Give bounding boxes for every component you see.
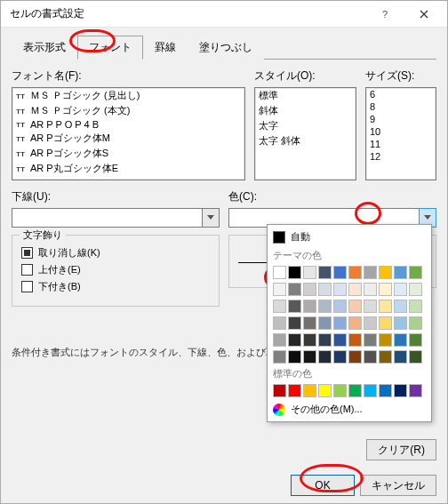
color-swatch[interactable] <box>303 350 316 364</box>
color-swatch[interactable] <box>348 384 362 397</box>
color-swatch[interactable] <box>303 283 316 296</box>
underline-input[interactable] <box>12 208 202 228</box>
color-swatch[interactable] <box>273 384 286 397</box>
color-swatch[interactable] <box>409 350 422 364</box>
color-swatch[interactable] <box>333 283 347 296</box>
color-swatch[interactable] <box>333 266 347 279</box>
color-swatch[interactable] <box>333 316 347 330</box>
color-swatch[interactable] <box>364 333 377 347</box>
list-item[interactable]: TTＭＳ Ｐゴシック (見出し) <box>12 88 244 103</box>
color-swatch[interactable] <box>379 266 392 279</box>
underline-combo[interactable] <box>12 208 220 228</box>
ok-button[interactable]: OK <box>291 475 355 496</box>
color-swatch[interactable] <box>379 350 392 364</box>
cancel-button[interactable]: キャンセル <box>360 475 436 496</box>
color-swatch[interactable] <box>288 350 301 364</box>
font-name-list[interactable]: TTＭＳ Ｐゴシック (見出し)TTＭＳ Ｐゴシック (本文)TTAR P P … <box>12 87 245 180</box>
list-item[interactable]: 太字 斜体 <box>255 133 356 148</box>
color-swatch[interactable] <box>288 316 301 330</box>
list-item[interactable]: TTAR Pゴシック体S <box>12 146 244 161</box>
color-swatch[interactable] <box>318 283 332 296</box>
list-item[interactable]: 8 <box>366 100 436 113</box>
color-swatch[interactable] <box>333 384 347 397</box>
color-swatch[interactable] <box>303 300 316 313</box>
color-swatch[interactable] <box>348 316 362 330</box>
color-swatch[interactable] <box>364 283 377 296</box>
superscript-checkbox[interactable]: 上付き(E) <box>21 263 210 276</box>
color-swatch[interactable] <box>333 333 347 347</box>
color-swatch[interactable] <box>288 300 301 313</box>
color-swatch[interactable] <box>303 384 316 397</box>
color-swatch[interactable] <box>273 266 286 279</box>
color-swatch[interactable] <box>288 283 301 296</box>
color-swatch[interactable] <box>364 316 377 330</box>
list-item[interactable]: 6 <box>366 88 436 100</box>
color-swatch[interactable] <box>394 333 407 347</box>
color-swatch[interactable] <box>273 300 286 313</box>
list-item[interactable]: 太字 <box>255 118 356 133</box>
color-swatch[interactable] <box>379 283 392 296</box>
color-swatch[interactable] <box>318 333 332 347</box>
color-swatch[interactable] <box>318 300 332 313</box>
tab-font[interactable]: フォント <box>77 36 143 60</box>
color-swatch[interactable] <box>348 333 362 347</box>
list-item[interactable]: TTＭＳ Ｐゴシック (本文) <box>12 103 244 118</box>
list-item[interactable]: TTAR P P O P 4 B <box>12 118 244 131</box>
color-swatch[interactable] <box>318 350 332 364</box>
color-swatch[interactable] <box>394 266 407 279</box>
color-swatch[interactable] <box>348 283 362 296</box>
style-list[interactable]: 標準斜体太字太字 斜体 <box>254 87 356 180</box>
underline-dropdown-icon[interactable] <box>202 208 220 228</box>
color-swatch[interactable] <box>288 333 301 347</box>
color-swatch[interactable] <box>394 384 407 397</box>
color-swatch[interactable] <box>409 384 422 397</box>
color-swatch[interactable] <box>348 350 362 364</box>
color-swatch[interactable] <box>364 300 377 313</box>
color-swatch[interactable] <box>409 300 422 313</box>
tab-fill[interactable]: 塗りつぶし <box>188 36 264 60</box>
color-swatch[interactable] <box>364 384 377 397</box>
list-item[interactable]: 11 <box>366 138 436 150</box>
color-swatch[interactable] <box>288 384 301 397</box>
color-swatch[interactable] <box>303 333 316 347</box>
tab-format[interactable]: 表示形式 <box>12 36 77 60</box>
color-swatch[interactable] <box>379 333 392 347</box>
list-item[interactable]: 標準 <box>255 88 356 103</box>
more-colors-item[interactable]: その他の色(M)... <box>271 399 428 418</box>
size-list[interactable]: 689101112 <box>365 87 436 180</box>
color-swatch[interactable] <box>409 316 422 330</box>
color-swatch[interactable] <box>364 350 377 364</box>
color-swatch[interactable] <box>333 350 347 364</box>
color-swatch[interactable] <box>379 384 392 397</box>
list-item[interactable]: TTAR P丸ゴシック体E <box>12 161 244 176</box>
color-swatch[interactable] <box>273 316 286 330</box>
list-item[interactable]: TTAR Pゴシック体M <box>12 131 244 146</box>
color-swatch[interactable] <box>318 266 332 279</box>
color-swatch[interactable] <box>364 266 377 279</box>
color-swatch[interactable] <box>394 350 407 364</box>
subscript-checkbox[interactable]: 下付き(B) <box>21 280 210 293</box>
color-swatch[interactable] <box>379 316 392 330</box>
color-swatch[interactable] <box>288 266 301 279</box>
color-swatch[interactable] <box>409 283 422 296</box>
color-swatch[interactable] <box>379 300 392 313</box>
color-swatch[interactable] <box>273 333 286 347</box>
strike-checkbox[interactable]: 取り消し線(K) <box>21 246 210 260</box>
color-swatch[interactable] <box>333 300 347 313</box>
list-item[interactable]: 12 <box>366 150 436 163</box>
color-swatch[interactable] <box>318 316 332 330</box>
list-item[interactable]: 9 <box>366 113 436 125</box>
tab-border[interactable]: 罫線 <box>143 36 188 60</box>
color-swatch[interactable] <box>409 266 422 279</box>
list-item[interactable]: 10 <box>366 125 436 138</box>
color-swatch[interactable] <box>273 350 286 364</box>
color-swatch[interactable] <box>394 283 407 296</box>
color-auto-item[interactable]: 自動 <box>271 228 428 247</box>
color-swatch[interactable] <box>348 300 362 313</box>
color-swatch[interactable] <box>409 333 422 347</box>
color-swatch[interactable] <box>318 384 332 397</box>
close-button[interactable] <box>404 2 444 27</box>
color-swatch[interactable] <box>273 283 286 296</box>
color-swatch[interactable] <box>348 266 362 279</box>
color-swatch[interactable] <box>394 300 407 313</box>
